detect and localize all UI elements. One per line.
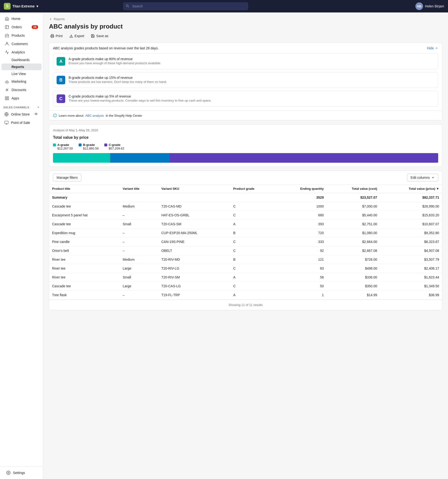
sidebar-sub-reports[interactable]: Reports	[1, 64, 41, 70]
cell-cost-9: $350.00	[327, 282, 380, 291]
col-variant-sku[interactable]: Variant SKU	[158, 185, 231, 193]
print-button[interactable]: Print	[49, 33, 64, 39]
cell-grade-10: A	[230, 291, 276, 299]
cell-grade-5: C	[230, 246, 276, 255]
analysis-date: Analysis of May 1–May 28, 2020	[53, 128, 438, 132]
cell-qty-3: 720	[277, 229, 327, 238]
manage-filters-button[interactable]: Manage filters	[53, 174, 81, 181]
sidebar-item-analytics[interactable]: Analytics	[1, 48, 41, 56]
sidebar-item-customers[interactable]: Customers	[1, 40, 41, 48]
brand[interactable]: S Titan Extreme ▾	[4, 3, 38, 10]
cell-sku-7: T20-RIV-LG	[158, 264, 231, 273]
cell-qty-10: 1	[277, 291, 327, 299]
sidebar-item-online-store[interactable]: Online Store 👁	[1, 110, 41, 118]
table-head: Product title Variant title Variant SKU …	[49, 185, 442, 193]
col-total-price[interactable]: Total value (price) ▼	[380, 185, 442, 193]
summary-row: Summary 3529 $23,527.07 $82,337.71	[49, 193, 442, 202]
sidebar-sub-liveview[interactable]: Live View	[1, 70, 41, 77]
sidebar: Home Orders 15 Products	[0, 13, 43, 479]
cell-qty-8: 56	[277, 273, 327, 282]
sidebar-item-discounts[interactable]: Discounts	[1, 86, 41, 94]
sidebar-item-home[interactable]: Home	[1, 15, 41, 23]
cell-cost-2: $2,751.00	[327, 220, 380, 229]
online-store-visibility-icon[interactable]: 👁	[34, 112, 38, 116]
grade-badge-b: B	[57, 76, 65, 84]
search-input[interactable]	[123, 2, 248, 10]
save-as-icon	[91, 34, 95, 38]
sidebar-sub-dashboards[interactable]: Dashboards	[1, 57, 41, 63]
cell-qty-1: 680	[277, 211, 327, 220]
cell-sku-2: T20-CAS-SM	[158, 220, 231, 229]
cell-variant-5: –	[120, 246, 158, 255]
abc-analysis-link[interactable]: ABC analysis	[85, 114, 104, 117]
cell-variant-0: Medium	[120, 202, 158, 211]
sidebar-item-point-of-sale[interactable]: Point of Sale	[1, 119, 41, 127]
home-icon	[5, 17, 9, 21]
export-label: Export	[75, 34, 84, 38]
export-icon	[69, 34, 73, 38]
avatar[interactable]: HB	[415, 2, 423, 10]
cell-product-5: Orion's belt	[49, 246, 120, 255]
edit-columns-button[interactable]: Edit columns	[407, 174, 438, 181]
sidebar-item-online-store-label: Online Store	[11, 112, 30, 116]
edit-columns-label: Edit columns	[411, 176, 430, 180]
save-as-label: Save as	[96, 34, 109, 38]
sidebar-item-products[interactable]: Products	[1, 31, 41, 40]
cell-price-0: $26,990.00	[380, 202, 442, 211]
cell-grade-6: B	[230, 255, 276, 264]
cell-price-5: $4,507.08	[380, 246, 442, 255]
sidebar-item-marketing-label: Marketing	[12, 80, 26, 83]
cell-variant-10: –	[120, 291, 158, 299]
products-icon	[5, 33, 9, 38]
legend-text-b: B-grade $12,860.59	[83, 143, 99, 150]
svg-rect-17	[5, 121, 8, 124]
breadcrumb-label: Reports	[54, 17, 65, 21]
sidebar-item-home-label: Home	[12, 17, 20, 21]
hide-button[interactable]: Hide	[427, 46, 438, 50]
svg-point-7	[6, 81, 8, 82]
summary-v	[120, 193, 158, 202]
export-button[interactable]: Export	[68, 33, 86, 39]
sidebar-item-orders[interactable]: Orders 15	[1, 23, 41, 31]
discounts-icon	[5, 88, 9, 92]
cell-grade-8: A	[230, 273, 276, 282]
cell-product-6: River tee	[49, 255, 120, 264]
add-sales-channel[interactable]: ＋	[37, 106, 40, 109]
cell-price-3: $9,352.80	[380, 229, 442, 238]
table-row: Cascade tee Small T20-CAS-SM A 393 $2,75…	[49, 220, 442, 229]
save-as-button[interactable]: Save as	[89, 33, 110, 39]
svg-rect-11	[5, 97, 7, 98]
info-header-text: ABC analysis grades products based on re…	[53, 46, 158, 50]
summary-price: $82,337.71	[380, 193, 442, 202]
summary-grade	[230, 193, 276, 202]
col-product-grade[interactable]: Product grade	[230, 185, 276, 193]
svg-line-1	[128, 7, 129, 7]
cell-cost-0: $7,000.00	[327, 202, 380, 211]
sidebar-item-marketing[interactable]: Marketing	[1, 77, 41, 86]
page-title: ABC analysis by product	[49, 23, 442, 30]
sidebar-item-analytics-label: Analytics	[12, 50, 25, 54]
breadcrumb[interactable]: Reports	[49, 17, 442, 21]
col-product-title[interactable]: Product title	[49, 185, 120, 193]
col-total-cost[interactable]: Total value (cost)	[327, 185, 380, 193]
info-card: ABC analysis grades products based on re…	[49, 43, 442, 120]
grade-title-c: C-grade products make up 5% of revenue	[68, 94, 211, 98]
cell-price-4: $6,323.67	[380, 238, 442, 246]
sidebar-item-apps[interactable]: Apps	[1, 94, 41, 102]
cell-product-9: Cascade tee	[49, 282, 120, 291]
sidebar-item-discounts-label: Discounts	[12, 88, 26, 92]
sidebar-item-settings[interactable]: Settings	[3, 469, 40, 477]
table-row: Cascade tee Medium T20-CAS-MD C 1000 $7,…	[49, 202, 442, 211]
svg-rect-12	[7, 97, 9, 98]
col-ending-qty[interactable]: Ending quantity	[277, 185, 327, 193]
cell-price-8: $1,623.44	[380, 273, 442, 282]
cell-price-7: $2,406.17	[380, 264, 442, 273]
cell-product-7: River tee	[49, 264, 120, 273]
col-variant-title[interactable]: Variant title	[120, 185, 158, 193]
table-row: River tee Large T20-RIV-LG C 83 $498.00 …	[49, 264, 442, 273]
cell-product-10: Tree flask	[49, 291, 120, 299]
grade-row-a: A A-grade products make up 80% of revenu…	[53, 53, 438, 69]
grade-rows: A A-grade products make up 80% of revenu…	[49, 53, 442, 110]
table-row: Expedition mug – CUP-EXP20-MA-250ML B 72…	[49, 229, 442, 238]
cell-price-2: $10,607.07	[380, 220, 442, 229]
